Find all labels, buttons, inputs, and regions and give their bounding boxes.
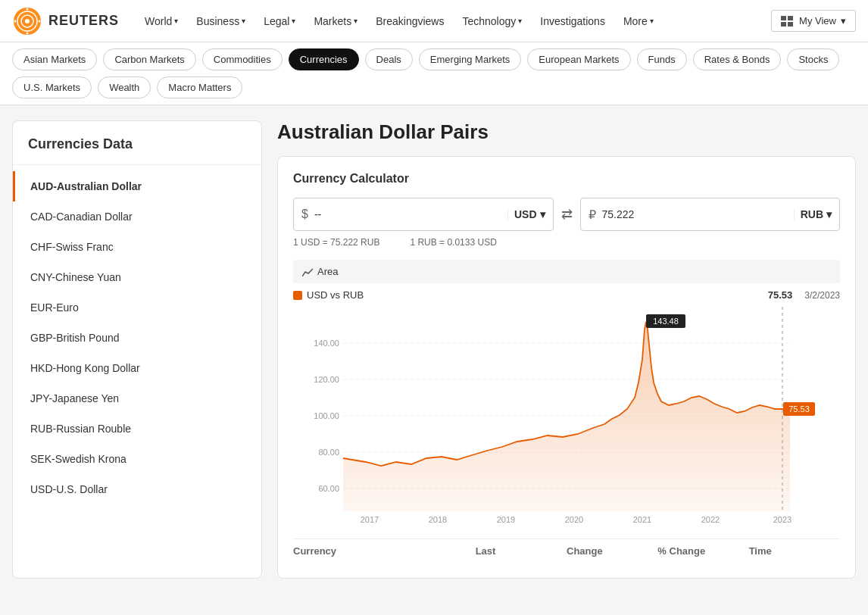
cat-wealth[interactable]: Wealth [98, 76, 151, 98]
svg-text:2017: 2017 [361, 515, 379, 524]
sidebar-item-aud[interactable]: AUD-Australian Dollar [13, 171, 261, 201]
chart-date: 3/2/2023 [804, 290, 840, 301]
my-view-label: My View [799, 15, 836, 27]
from-currency-label: USD [514, 208, 537, 220]
sidebar-item-chf[interactable]: CHF-Swiss Franc [13, 232, 261, 262]
th-change: Change [567, 545, 657, 557]
chart-legend-row: USD vs RUB 75.53 3/2/2023 [293, 286, 840, 304]
sidebar-item-cny[interactable]: CNY-Chinese Yuan [13, 262, 261, 292]
th-currency: Currency [293, 545, 476, 557]
cat-deals[interactable]: Deals [365, 48, 413, 70]
nav-breakingviews[interactable]: Breakingviews [368, 9, 451, 33]
nav-legal[interactable]: Legal [256, 9, 303, 33]
reuters-logo-icon [12, 6, 42, 36]
to-currency-label: RUB [801, 208, 823, 220]
chart-type-button[interactable]: Area [302, 266, 338, 277]
svg-text:2018: 2018 [429, 515, 447, 524]
nav-technology[interactable]: Technology [454, 9, 529, 33]
my-view-chevron-icon: ▾ [841, 15, 846, 27]
main-content: Currencies Data AUD-Australian Dollar CA… [0, 105, 868, 594]
chart-container: 140.00 120.00 100.00 80.00 60.00 143.48 [293, 307, 840, 526]
my-view-button[interactable]: My View ▾ [771, 10, 856, 32]
sidebar-item-jpy[interactable]: JPY-Japanese Yen [13, 383, 261, 414]
logo[interactable]: REUTERS [12, 6, 119, 36]
to-symbol: ₽ [589, 208, 596, 222]
nav-business[interactable]: Business [189, 9, 253, 33]
chart-controls: Area [293, 260, 840, 283]
svg-point-4 [27, 8, 29, 10]
to-currency-selector[interactable]: RUB ▾ [794, 208, 832, 220]
from-input-box: $ USD ▾ [293, 198, 554, 231]
svg-point-3 [25, 19, 30, 23]
svg-rect-10 [781, 22, 786, 27]
svg-point-7 [39, 20, 41, 22]
page-title: Australian Dollar Pairs [277, 120, 856, 144]
cat-macro-matters[interactable]: Macro Matters [157, 76, 242, 98]
nav-bar: REUTERS World Business Legal Markets Bre… [0, 0, 868, 42]
area-chart-icon [302, 267, 313, 276]
chart-type-label: Area [317, 266, 338, 277]
category-bar: Asian Markets Carbon Markets Commodities… [0, 42, 868, 105]
cat-us-markets[interactable]: U.S. Markets [12, 76, 92, 98]
svg-text:120.00: 120.00 [314, 375, 339, 384]
from-currency-selector[interactable]: USD ▾ [507, 208, 545, 220]
from-input[interactable] [314, 208, 501, 220]
cat-stocks[interactable]: Stocks [787, 48, 839, 70]
to-input-box: ₽ RUB ▾ [580, 198, 841, 231]
legend-label: USD vs RUB [307, 289, 364, 301]
chart-current-value: 75.53 [768, 289, 793, 301]
svg-text:60.00: 60.00 [318, 484, 339, 493]
sidebar-item-sek[interactable]: SEK-Swedish Krona [13, 444, 261, 474]
cat-european-markets[interactable]: European Markets [527, 48, 630, 70]
cat-currencies[interactable]: Currencies [289, 48, 359, 70]
chart-area: Australian Dollar Pairs Currency Calcula… [277, 120, 856, 579]
legend-color [293, 291, 302, 300]
cat-asian-markets[interactable]: Asian Markets [12, 48, 97, 70]
svg-point-5 [27, 32, 29, 34]
swap-icon[interactable]: ⇄ [561, 206, 573, 223]
svg-text:100.00: 100.00 [314, 411, 339, 420]
sidebar-item-cad[interactable]: CAD-Canadian Dollar [13, 201, 261, 232]
svg-text:2019: 2019 [497, 515, 515, 524]
grid-icon [781, 16, 795, 27]
svg-rect-9 [788, 16, 793, 20]
calculator-title: Currency Calculator [293, 172, 840, 186]
rate1: 1 USD = 75.222 RUB [293, 237, 379, 248]
svg-text:2021: 2021 [633, 515, 651, 524]
svg-text:143.48: 143.48 [653, 317, 679, 326]
th-time: Time [749, 545, 840, 557]
nav-investigations[interactable]: Investigations [532, 9, 613, 33]
calc-row: $ USD ▾ ⇄ ₽ RUB ▾ [293, 198, 840, 231]
sidebar-item-usd[interactable]: USD-U.S. Dollar [13, 474, 261, 504]
svg-point-6 [14, 20, 17, 22]
to-input[interactable] [602, 208, 788, 220]
svg-text:2023: 2023 [773, 515, 792, 524]
from-symbol: $ [301, 208, 308, 221]
sidebar-item-gbp[interactable]: GBP-British Pound [13, 323, 261, 353]
chart-card: Currency Calculator $ USD ▾ ⇄ ₽ [277, 156, 856, 579]
cat-rates-bonds[interactable]: Rates & Bonds [693, 48, 782, 70]
rate2: 1 RUB = 0.0133 USD [410, 237, 496, 248]
cat-commodities[interactable]: Commodities [202, 48, 283, 70]
sidebar-title: Currencies Data [13, 136, 261, 165]
nav-world[interactable]: World [137, 9, 186, 33]
svg-rect-11 [788, 22, 793, 27]
legend-item: USD vs RUB [293, 289, 364, 301]
svg-text:140.00: 140.00 [314, 339, 339, 348]
cat-carbon-markets[interactable]: Carbon Markets [103, 48, 195, 70]
nav-markets[interactable]: Markets [306, 9, 365, 33]
nav-links: World Business Legal Markets Breakingvie… [137, 9, 771, 33]
sidebar-item-hkd[interactable]: HKD-Hong Kong Dollar [13, 353, 261, 383]
sidebar-item-eur[interactable]: EUR-Euro [13, 292, 261, 323]
svg-text:2020: 2020 [565, 515, 583, 524]
calc-rates: 1 USD = 75.222 RUB 1 RUB = 0.0133 USD [293, 237, 840, 248]
cat-funds[interactable]: Funds [637, 48, 687, 70]
svg-rect-8 [781, 16, 786, 20]
sidebar-item-rub[interactable]: RUB-Russian Rouble [13, 414, 261, 444]
from-currency-chevron-icon: ▾ [540, 208, 545, 220]
nav-more[interactable]: More [616, 9, 661, 33]
sidebar: Currencies Data AUD-Australian Dollar CA… [12, 120, 262, 579]
cat-emerging-markets[interactable]: Emerging Markets [419, 48, 521, 70]
chart-svg: 140.00 120.00 100.00 80.00 60.00 143.48 [293, 307, 840, 526]
nav-right: My View ▾ [771, 10, 856, 32]
